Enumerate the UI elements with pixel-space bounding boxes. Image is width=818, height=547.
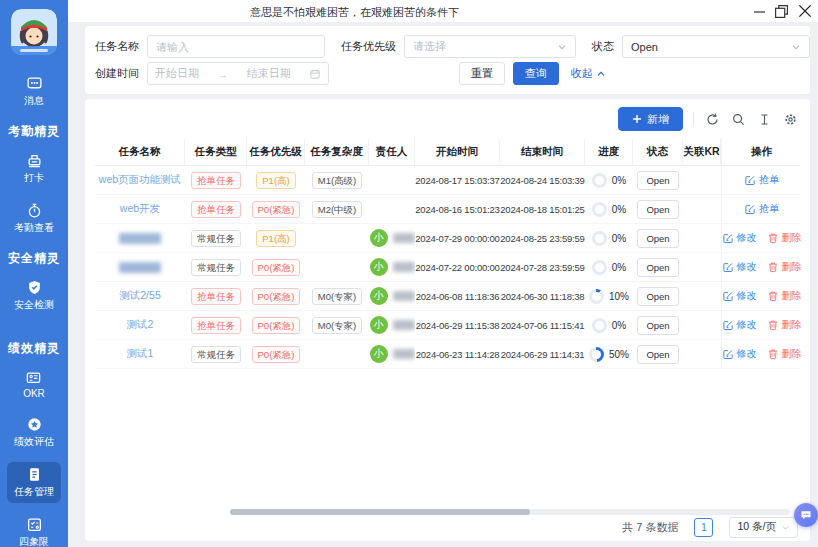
task-name-link[interactable]: web页面功能测试 — [99, 173, 181, 187]
progress-ring — [589, 289, 604, 304]
task-name-link[interactable]: 测试1 — [127, 347, 154, 361]
cell: 常规任务 — [185, 253, 247, 281]
task-name-link[interactable]: 测试2/55 — [119, 289, 160, 303]
end-date-input[interactable]: 结束日期 — [247, 66, 291, 81]
sidebar-item-考勤查看[interactable]: 考勤查看 — [7, 198, 61, 239]
priority-tag: P0(紧急) — [252, 346, 301, 363]
sidebar-item-任务管理[interactable]: 任务管理 — [7, 462, 61, 503]
date-range-input[interactable]: 开始日期 → 结束日期 — [147, 62, 329, 85]
edit-action[interactable]: 修改 — [722, 318, 757, 332]
task-name-input[interactable] — [147, 35, 325, 58]
priority-select[interactable]: 请选择 — [404, 35, 576, 58]
edit-action[interactable]: 修改 — [722, 289, 757, 303]
task-name-link[interactable]: web开发 — [120, 202, 160, 216]
sidebar-item-label: 安全检测 — [14, 298, 54, 312]
delete-action[interactable]: 删除 — [767, 260, 802, 274]
collapse-link[interactable]: 收起 — [571, 66, 606, 81]
progress-label: 0% — [612, 233, 626, 244]
owner-avatar: 小 — [370, 316, 388, 334]
header-cell: 进度 — [585, 139, 633, 165]
progress-cell: 0% — [585, 166, 633, 194]
grab-action[interactable]: 抢单 — [744, 173, 779, 187]
refresh-icon[interactable] — [704, 111, 720, 127]
cell: Open — [633, 166, 683, 194]
cell — [95, 224, 185, 252]
maximize-button[interactable] — [774, 4, 789, 19]
task-name-redacted — [119, 262, 161, 273]
edit-action[interactable]: 修改 — [722, 231, 757, 245]
progress-label: 50% — [609, 349, 629, 360]
row-height-icon[interactable] — [756, 111, 772, 127]
pagination: 共 7 条数据 1 10 条/页 — [622, 517, 798, 537]
delete-action[interactable]: 删除 — [767, 318, 802, 332]
cell: P1(高) — [247, 166, 305, 194]
owner-cell — [369, 195, 415, 223]
progress-label: 0% — [612, 320, 626, 331]
start-date-input[interactable]: 开始日期 — [155, 66, 199, 81]
cell — [305, 253, 369, 281]
close-button[interactable] — [796, 2, 814, 20]
cell: 抢单任务 — [185, 311, 247, 339]
edit-action[interactable]: 修改 — [722, 260, 757, 274]
sidebar-item-四象限[interactable]: 四象限 — [12, 512, 56, 547]
collapse-label: 收起 — [571, 66, 593, 81]
chat-bubble-icon — [800, 509, 812, 521]
sidebar-item-label: 考勤查看 — [14, 221, 54, 235]
mascot-avatar-icon — [11, 9, 57, 55]
cell: Open — [633, 224, 683, 252]
priority-tag: P1(高) — [256, 230, 295, 247]
search-icon[interactable] — [730, 111, 746, 127]
progress-label: 0% — [612, 262, 626, 273]
owner-name-redacted — [393, 320, 415, 330]
page-button[interactable]: 1 — [694, 518, 713, 537]
edit-icon — [722, 290, 734, 302]
sidebar-item-绩效评估[interactable]: 绩效评估 — [7, 412, 61, 453]
status-tag: Open — [637, 229, 678, 248]
start-time: 2024-07-29 00:00:00 — [415, 224, 500, 252]
actions-cell: 修改删除 — [721, 340, 801, 368]
complexity-tag: M2(中级) — [312, 201, 363, 218]
quadrant-icon — [26, 516, 43, 533]
start-time: 2024-06-08 11:18:36 — [415, 282, 500, 310]
header-cell: 任务名称 — [95, 139, 185, 165]
table-row: 测试2抢单任务P0(紧急)M0(专家)小2024-06-29 11:15:382… — [95, 311, 800, 340]
scrollbar-thumb[interactable] — [230, 509, 530, 515]
page-size-select[interactable]: 10 条/页 — [729, 517, 798, 538]
grab-action[interactable]: 抢单 — [744, 202, 779, 216]
progress-ring — [592, 260, 607, 275]
cell: P0(紧急) — [247, 340, 305, 368]
cell: 测试1 — [95, 340, 185, 368]
reset-button[interactable]: 重置 — [459, 62, 505, 85]
delete-action[interactable]: 删除 — [767, 289, 802, 303]
delete-action[interactable]: 删除 — [767, 347, 802, 361]
minimize-button[interactable] — [752, 4, 767, 19]
status-select[interactable]: Open — [622, 35, 810, 58]
complexity-tag: M0(专家) — [312, 288, 363, 305]
sidebar-item-label: 四象限 — [19, 535, 49, 547]
trash-icon — [767, 232, 779, 244]
sidebar-item-打卡[interactable]: 打卡 — [17, 148, 51, 189]
sidebar-item-消息[interactable]: 消息 — [17, 71, 51, 112]
sidebar-item-安全检测[interactable]: 安全检测 — [7, 275, 61, 316]
actions-cell: 修改删除 — [721, 253, 801, 281]
calendar-icon — [309, 68, 321, 80]
search-button[interactable]: 查询 — [513, 62, 559, 85]
owner-name-redacted — [393, 233, 415, 243]
sidebar-item-OKR[interactable]: OKR — [16, 365, 52, 403]
priority-label: 任务优先级 — [341, 39, 396, 54]
chevron-down-icon — [781, 523, 790, 532]
task-name-link[interactable]: 测试2 — [127, 318, 154, 332]
chat-fab[interactable] — [794, 503, 818, 527]
edit-icon — [722, 348, 734, 360]
gear-icon[interactable] — [782, 111, 798, 127]
table-row: web开发抢单任务P0(紧急)M2(中级)2024-08-16 15:01:23… — [95, 195, 800, 224]
add-button[interactable]: 新增 — [618, 107, 683, 131]
edit-action[interactable]: 修改 — [722, 347, 757, 361]
owner-cell — [369, 166, 415, 194]
owner-avatar: 小 — [370, 345, 388, 363]
start-time: 2024-07-22 00:00:00 — [415, 253, 500, 281]
delete-action[interactable]: 删除 — [767, 231, 802, 245]
end-time: 2024-07-28 23:59:59 — [500, 253, 585, 281]
okr-card-icon — [25, 369, 42, 386]
trash-icon — [767, 290, 779, 302]
